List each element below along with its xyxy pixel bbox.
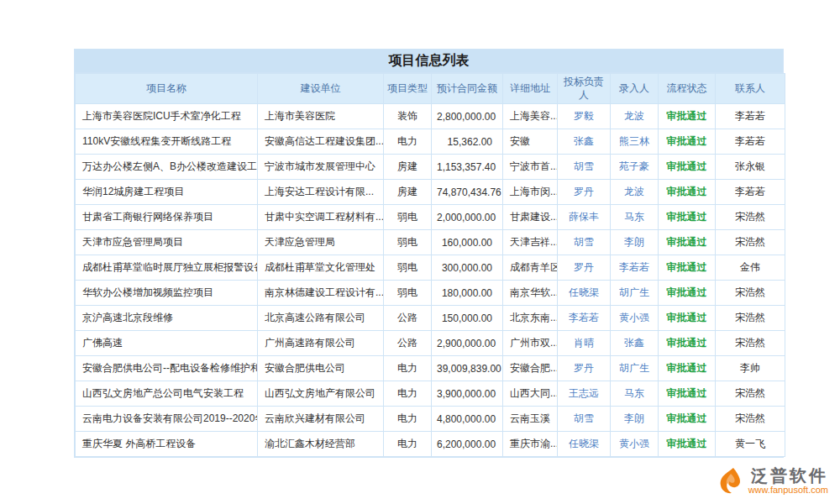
cell-name: 华软办公楼增加视频监控项目 bbox=[76, 281, 258, 306]
cell-status[interactable]: 审批通过 bbox=[659, 356, 716, 381]
brand-url[interactable]: www.fanpusoft.com bbox=[748, 485, 828, 496]
cell-status[interactable]: 审批通过 bbox=[659, 205, 716, 230]
cell-recorder[interactable]: 胡广生 bbox=[611, 356, 659, 381]
cell-contact: 宋浩然 bbox=[716, 230, 785, 255]
cell-recorder[interactable]: 李朗 bbox=[611, 407, 659, 432]
cell-status[interactable]: 审批通过 bbox=[659, 255, 716, 281]
cell-type: 公路 bbox=[384, 306, 432, 331]
cell-status[interactable]: 审批通过 bbox=[659, 306, 716, 331]
cell-unit: 上海安达工程设计有限... bbox=[258, 180, 384, 205]
cell-status[interactable]: 审批通过 bbox=[659, 180, 716, 205]
page-title: 项目信息列表 bbox=[75, 50, 783, 73]
column-header-address: 详细地址 bbox=[503, 74, 558, 104]
cell-amount: 15,362.00 bbox=[432, 129, 503, 155]
cell-bidder[interactable]: 王志远 bbox=[558, 381, 611, 407]
cell-type: 电力 bbox=[384, 407, 432, 432]
cell-recorder[interactable]: 李朗 bbox=[611, 230, 659, 255]
table-row: 天津市应急管理局项目天津应急管理局弱电160,000.00天津吉祥...胡雪李朗… bbox=[76, 230, 785, 255]
table-header: 项目名称建设单位项目类型预计合同金额详细地址投标负责人录入人流程状态联系人 bbox=[76, 74, 785, 104]
cell-bidder[interactable]: 罗丹 bbox=[558, 255, 611, 281]
cell-recorder[interactable]: 马东 bbox=[611, 381, 659, 407]
cell-address: 安徽合肥... bbox=[503, 356, 558, 381]
cell-unit: 云南欣兴建材有限公司 bbox=[258, 407, 384, 432]
cell-unit: 南京林德建设工程设计有... bbox=[258, 281, 384, 306]
cell-bidder[interactable]: 罗毅 bbox=[558, 104, 611, 129]
cell-contact: 宋浩然 bbox=[716, 205, 785, 230]
table-row: 华润12城房建工程项目上海安达工程设计有限...房建74,870,434.76上… bbox=[76, 180, 785, 205]
cell-type: 房建 bbox=[384, 180, 432, 205]
cell-bidder[interactable]: 李若若 bbox=[558, 306, 611, 331]
table-row: 110kV安徽线程集变开断线路工程安徽高信达工程建设集团...电力15,362.… bbox=[76, 129, 785, 155]
cell-bidder[interactable]: 任晓渠 bbox=[558, 281, 611, 306]
cell-recorder[interactable]: 熊三林 bbox=[611, 129, 659, 155]
cell-status[interactable]: 审批通过 bbox=[659, 155, 716, 180]
cell-name: 广佛高速 bbox=[76, 331, 258, 356]
cell-status[interactable]: 审批通过 bbox=[659, 129, 716, 155]
cell-address: 宁波市首... bbox=[503, 155, 558, 180]
cell-recorder[interactable]: 苑子豪 bbox=[611, 155, 659, 180]
table-row: 云南电力设备安装有限公司2019--2020年...云南欣兴建材有限公司电力4,… bbox=[76, 407, 785, 432]
cell-bidder[interactable]: 胡雪 bbox=[558, 230, 611, 255]
cell-name: 华润12城房建工程项目 bbox=[76, 180, 258, 205]
cell-contact: 李若若 bbox=[716, 180, 785, 205]
cell-bidder[interactable]: 薛保丰 bbox=[558, 205, 611, 230]
table-row: 成都杜甫草堂临时展厅独立展柜报警设备...成都杜甫草堂文化管理处弱电300,00… bbox=[76, 255, 785, 281]
cell-bidder[interactable]: 任晓渠 bbox=[558, 432, 611, 457]
cell-bidder[interactable]: 肖晴 bbox=[558, 331, 611, 356]
cell-bidder[interactable]: 胡雪 bbox=[558, 407, 611, 432]
cell-unit: 甘肃中实空调工程材料有... bbox=[258, 205, 384, 230]
table-row: 甘肃省工商银行网络保养项目甘肃中实空调工程材料有...弱电2,000,000.0… bbox=[76, 205, 785, 230]
column-header-amount: 预计合同金额 bbox=[432, 74, 503, 104]
cell-name: 万达办公楼左侧A、B办公楼改造建设工程 bbox=[76, 155, 258, 180]
column-header-status: 流程状态 bbox=[659, 74, 716, 104]
cell-name: 重庆华夏 外高桥工程设备 bbox=[76, 432, 258, 457]
cell-unit: 天津应急管理局 bbox=[258, 230, 384, 255]
cell-recorder[interactable]: 黄小强 bbox=[611, 306, 659, 331]
cell-address: 重庆市渝... bbox=[503, 432, 558, 457]
cell-bidder[interactable]: 罗丹 bbox=[558, 356, 611, 381]
column-header-name: 项目名称 bbox=[76, 74, 258, 104]
cell-amount: 160,000.00 bbox=[432, 230, 503, 255]
cell-unit: 安徽高信达工程建设集团... bbox=[258, 129, 384, 155]
cell-unit: 成都杜甫草堂文化管理处 bbox=[258, 255, 384, 281]
brand-text: 泛普软件 www.fanpusoft.com bbox=[748, 466, 828, 496]
cell-type: 电力 bbox=[384, 381, 432, 407]
cell-status[interactable]: 审批通过 bbox=[659, 281, 716, 306]
cell-recorder[interactable]: 李若若 bbox=[611, 255, 659, 281]
cell-contact: 李若若 bbox=[716, 104, 785, 129]
cell-name: 安徽合肥供电公司--配电设备检修维护和... bbox=[76, 356, 258, 381]
cell-address: 云南玉溪 bbox=[503, 407, 558, 432]
cell-recorder[interactable]: 龙波 bbox=[611, 180, 659, 205]
column-header-type: 项目类型 bbox=[384, 74, 432, 104]
cell-unit: 宁波市城市发展管理中心 bbox=[258, 155, 384, 180]
cell-status[interactable]: 审批通过 bbox=[659, 432, 716, 457]
cell-address: 北京东南... bbox=[503, 306, 558, 331]
cell-unit: 广州高速路有限公司 bbox=[258, 331, 384, 356]
cell-status[interactable]: 审批通过 bbox=[659, 381, 716, 407]
cell-type: 电力 bbox=[384, 432, 432, 457]
cell-recorder[interactable]: 马东 bbox=[611, 205, 659, 230]
cell-amount: 180,000.00 bbox=[432, 281, 503, 306]
cell-recorder[interactable]: 黄小强 bbox=[611, 432, 659, 457]
cell-status[interactable]: 审批通过 bbox=[659, 331, 716, 356]
cell-status[interactable]: 审批通过 bbox=[659, 407, 716, 432]
cell-name: 上海市美容医院ICU手术室净化工程 bbox=[76, 104, 258, 129]
cell-recorder[interactable]: 张鑫 bbox=[611, 331, 659, 356]
cell-name: 110kV安徽线程集变开断线路工程 bbox=[76, 129, 258, 155]
table-row: 山西弘文房地产总公司电气安装工程山西弘文房地产有限公司电力3,900,000.0… bbox=[76, 381, 785, 407]
cell-recorder[interactable]: 胡广生 bbox=[611, 281, 659, 306]
cell-address: 安徽 bbox=[503, 129, 558, 155]
cell-name: 云南电力设备安装有限公司2019--2020年... bbox=[76, 407, 258, 432]
cell-recorder[interactable]: 龙波 bbox=[611, 104, 659, 129]
cell-contact: 金伟 bbox=[716, 255, 785, 281]
cell-name: 山西弘文房地产总公司电气安装工程 bbox=[76, 381, 258, 407]
cell-status[interactable]: 审批通过 bbox=[659, 104, 716, 129]
cell-bidder[interactable]: 张鑫 bbox=[558, 129, 611, 155]
cell-bidder[interactable]: 罗丹 bbox=[558, 180, 611, 205]
cell-amount: 6,200,000.00 bbox=[432, 432, 503, 457]
column-header-unit: 建设单位 bbox=[258, 74, 384, 104]
cell-contact: 李若若 bbox=[716, 129, 785, 155]
cell-status[interactable]: 审批通过 bbox=[659, 230, 716, 255]
project-list-panel: 项目信息列表 项目名称建设单位项目类型预计合同金额详细地址投标负责人录入人流程状… bbox=[74, 49, 784, 458]
cell-bidder[interactable]: 胡雪 bbox=[558, 155, 611, 180]
